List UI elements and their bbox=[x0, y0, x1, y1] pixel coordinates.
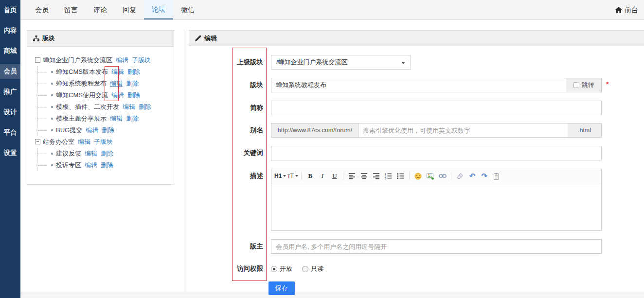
access-option-readonly[interactable]: 只读 bbox=[302, 264, 323, 273]
toolbar-separator bbox=[343, 172, 343, 180]
sidebar-item-5[interactable]: 推广 bbox=[0, 85, 20, 99]
align-right-icon[interactable] bbox=[371, 170, 382, 182]
tree-bullet-icon bbox=[51, 71, 53, 73]
sidebar-item-7[interactable]: 平台 bbox=[0, 125, 20, 140]
tab-3[interactable]: 评论 bbox=[86, 0, 115, 19]
fontsize-dropdown-icon[interactable]: тT bbox=[287, 170, 298, 182]
access-option-open[interactable]: 开放 bbox=[271, 264, 292, 273]
tree-child-row: 蝉知CMS使用交流编辑删除 bbox=[38, 89, 170, 101]
edit-link[interactable]: 编辑 bbox=[111, 68, 124, 75]
emoticon-icon[interactable] bbox=[412, 170, 424, 182]
access-option-readonly-label: 只读 bbox=[311, 264, 323, 273]
frontend-link[interactable]: 前台 bbox=[615, 0, 638, 19]
redirect-addon[interactable]: 跳转 bbox=[566, 78, 602, 92]
edit-panel-header: 编辑 bbox=[189, 30, 644, 46]
italic-icon[interactable]: I bbox=[317, 170, 328, 182]
editor-content-area[interactable] bbox=[271, 183, 601, 230]
board-name-label: 版块 bbox=[195, 78, 263, 92]
delete-link[interactable]: 删除 bbox=[127, 68, 140, 75]
sidebar-item-4[interactable]: 会员 bbox=[0, 64, 20, 79]
edit-link[interactable]: 编辑 bbox=[85, 150, 97, 157]
sidebar-item-1[interactable]: 首页 bbox=[0, 3, 20, 18]
svg-text:3: 3 bbox=[385, 177, 386, 179]
paste-icon[interactable] bbox=[491, 170, 502, 182]
alias-url-suffix: .html bbox=[568, 123, 602, 138]
align-center-icon[interactable] bbox=[358, 170, 370, 182]
moderator-input[interactable] bbox=[271, 239, 602, 254]
delete-link[interactable]: 删除 bbox=[101, 150, 113, 157]
heading-dropdown-icon[interactable]: H1 bbox=[274, 170, 286, 182]
align-left-icon[interactable] bbox=[346, 170, 358, 182]
tree-node-label: 投诉专区 bbox=[56, 161, 81, 169]
tab-4[interactable]: 回复 bbox=[115, 0, 144, 19]
underline-icon[interactable]: U bbox=[329, 170, 340, 182]
ordered-list-icon[interactable]: 123 bbox=[383, 170, 394, 182]
delete-link[interactable]: 删除 bbox=[126, 80, 139, 87]
edit-link[interactable]: 编辑 bbox=[110, 80, 123, 87]
tree-node-label: 模板、插件、二次开发 bbox=[56, 103, 119, 110]
link-icon[interactable] bbox=[437, 170, 448, 182]
tab-2[interactable]: 留言 bbox=[56, 0, 86, 19]
delete-link[interactable]: 删除 bbox=[139, 103, 151, 110]
collapse-icon[interactable] bbox=[35, 57, 40, 63]
tree-bullet-icon bbox=[51, 83, 53, 85]
abbr-input[interactable] bbox=[271, 101, 602, 115]
tree-children: 建议反馈编辑删除投诉专区编辑删除 bbox=[37, 148, 170, 171]
chevron-down-icon bbox=[283, 175, 286, 177]
delete-link[interactable]: 删除 bbox=[101, 161, 113, 169]
description-editor: H1 тT B I U 123 ↶ ↷ bbox=[271, 169, 602, 231]
tree-child-row: 建议反馈编辑删除 bbox=[38, 148, 170, 159]
delete-link[interactable]: 删除 bbox=[126, 115, 139, 122]
save-button[interactable]: 保存 bbox=[268, 281, 295, 295]
bold-icon[interactable]: B bbox=[304, 170, 316, 182]
subboards-link[interactable]: 子版块 bbox=[94, 138, 113, 145]
tree-bullet-icon bbox=[51, 164, 53, 166]
keywords-input[interactable] bbox=[271, 146, 602, 160]
tab-6[interactable]: 微信 bbox=[173, 0, 202, 19]
redirect-checkbox[interactable] bbox=[573, 82, 579, 88]
board-tree-panel: 版块 蝉知企业门户系统交流区编辑子版块蝉知CMS版本发布编辑删除蝉知系统教程发布… bbox=[27, 30, 174, 185]
edit-link[interactable]: 编辑 bbox=[78, 138, 90, 145]
collapse-icon[interactable] bbox=[35, 139, 40, 144]
edit-link[interactable]: 编辑 bbox=[116, 56, 128, 64]
edit-link[interactable]: 编辑 bbox=[111, 91, 124, 99]
edit-link[interactable]: 编辑 bbox=[85, 161, 97, 169]
unordered-list-icon[interactable] bbox=[395, 170, 406, 182]
image-icon[interactable] bbox=[425, 170, 436, 182]
moderator-label: 版主 bbox=[195, 239, 263, 254]
board-name-input[interactable] bbox=[271, 78, 567, 92]
subboards-link[interactable]: 子版块 bbox=[132, 56, 151, 64]
sidebar-item-8[interactable]: 设置 bbox=[0, 146, 20, 160]
access-option-open-label: 开放 bbox=[280, 264, 292, 273]
tree-node-label: 蝉知系统教程发布 bbox=[56, 80, 107, 87]
abbr-label: 简称 bbox=[195, 101, 263, 115]
tree-node-label: 模板主题分享展示 bbox=[56, 115, 107, 122]
board-tree: 蝉知企业门户系统交流区编辑子版块蝉知CMS版本发布编辑删除蝉知系统教程发布编辑删… bbox=[27, 47, 174, 171]
redo-icon[interactable]: ↷ bbox=[479, 170, 490, 182]
chevron-down-icon bbox=[401, 62, 405, 64]
tree-node-label: 蝉知CMS使用交流 bbox=[56, 91, 108, 99]
alias-input[interactable] bbox=[358, 123, 568, 138]
access-options: 开放 只读 bbox=[271, 264, 323, 274]
undo-icon[interactable]: ↶ bbox=[466, 170, 478, 182]
tab-1[interactable]: 会员 bbox=[27, 0, 56, 19]
parent-board-select-value: /蝉知企业门户系统交流区 bbox=[276, 58, 348, 66]
tree-bullet-icon bbox=[51, 129, 53, 131]
alias-url-prefix: http://www.87cs.com/forum/ bbox=[271, 123, 358, 138]
parent-board-select[interactable]: /蝉知企业门户系统交流区 bbox=[271, 55, 411, 70]
tree-child-row: 投诉专区编辑删除 bbox=[38, 159, 170, 171]
tree-node-label: 蝉知CMS版本发布 bbox=[56, 68, 108, 75]
edit-link[interactable]: 编辑 bbox=[123, 103, 135, 110]
delete-link[interactable]: 删除 bbox=[102, 126, 114, 134]
tab-5[interactable]: 论坛 bbox=[144, 0, 173, 19]
sidebar-item-6[interactable]: 设计 bbox=[0, 105, 20, 120]
sidebar-item-3[interactable]: 商城 bbox=[0, 44, 20, 58]
toolbar-separator bbox=[451, 172, 451, 180]
edit-link[interactable]: 编辑 bbox=[110, 115, 123, 122]
delete-link[interactable]: 删除 bbox=[127, 91, 140, 99]
tree-node-label: 蝉知企业门户系统交流区 bbox=[43, 56, 112, 64]
edit-link[interactable]: 编辑 bbox=[86, 126, 98, 134]
sidebar-item-2[interactable]: 内容 bbox=[0, 23, 20, 38]
remove-format-icon[interactable] bbox=[454, 170, 465, 182]
parent-board-label: 上级版块 bbox=[195, 55, 263, 70]
